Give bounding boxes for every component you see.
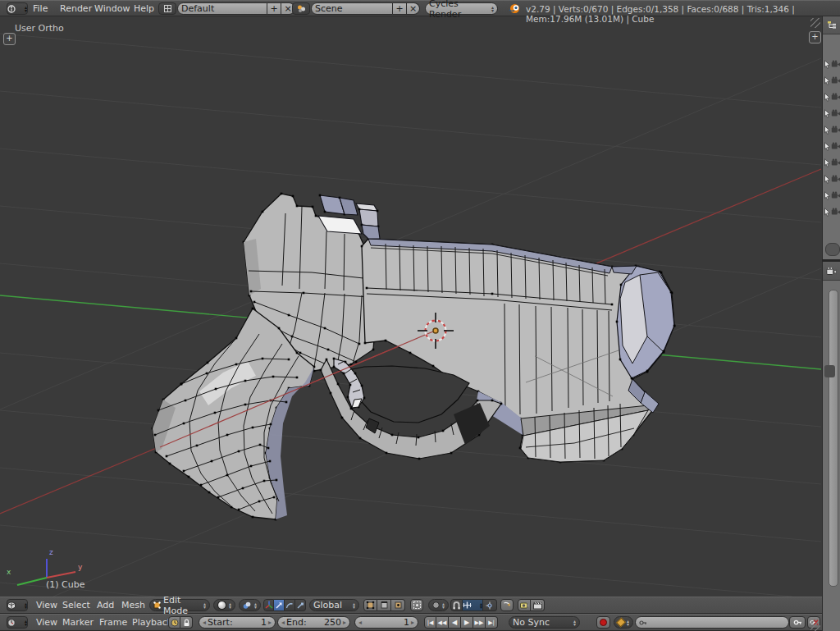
face-select-mode-button[interactable] [391,599,405,611]
rotate-manipulator-button[interactable] [285,599,295,611]
start-frame-field[interactable]: ◂ Start: 1 ▸ [199,616,276,629]
snap-toggle-button[interactable] [450,599,463,611]
menu-help[interactable]: Help [134,3,154,14]
restrict-select-cursor-icon[interactable] [824,158,831,167]
vertex-select-mode-button[interactable] [363,599,377,611]
editor-type-button-3dview[interactable]: ▴▾ [7,599,28,611]
increment-arrow-icon[interactable]: ▸ [343,619,346,626]
restrict-render-camera-icon[interactable] [831,191,840,199]
restrict-select-cursor-icon[interactable] [824,208,831,217]
outliner-row[interactable] [823,105,840,121]
outliner-row[interactable] [823,121,840,138]
scene-field[interactable]: Scene [311,2,393,15]
decrement-arrow-icon[interactable]: ◂ [281,619,285,626]
outliner-editor-strip[interactable] [822,16,840,259]
restrict-render-camera-icon[interactable] [831,175,840,183]
prev-keyframe-button[interactable]: ◀◀ [436,616,449,629]
restrict-select-cursor-icon[interactable] [824,93,831,102]
jump-to-start-button[interactable]: |◀ [424,616,436,629]
editor-type-button-timeline[interactable]: ▴▾ [7,616,28,629]
outliner-row[interactable] [823,171,840,187]
outliner-scroll-handle[interactable] [825,243,840,256]
toolshelf-expand-button[interactable]: + [3,33,16,45]
menu-marker[interactable]: Marker [62,617,94,628]
preview-range-button[interactable] [168,616,180,629]
edge-select-mode-button[interactable] [377,599,391,611]
restrict-select-cursor-icon[interactable] [824,109,831,118]
proportional-edit-select[interactable]: ▴▾ [428,599,449,611]
current-frame-field[interactable]: ◂ 1 ▸ [354,616,418,629]
decrement-arrow-icon[interactable]: ◂ [203,619,206,626]
mode-select[interactable]: Edit Mode ▴▾ [149,599,210,611]
restrict-select-cursor-icon[interactable] [824,191,831,200]
restrict-render-camera-icon[interactable] [831,208,840,216]
increment-arrow-icon[interactable]: ▸ [411,619,414,626]
snap-target-button[interactable] [483,599,497,611]
play-button[interactable]: ▶ [461,616,473,629]
viewport-3d[interactable] [0,16,822,597]
increment-arrow-icon[interactable]: ▸ [268,619,272,626]
restrict-render-camera-icon[interactable] [831,126,840,134]
pivot-point-select[interactable]: ▴▾ [239,599,261,611]
restrict-select-cursor-icon[interactable] [824,142,831,151]
outliner-row[interactable] [823,154,840,171]
next-keyframe-button[interactable]: ▶▶ [473,616,486,629]
restrict-render-camera-icon[interactable] [831,76,840,85]
outliner-row[interactable] [823,89,840,105]
restrict-render-camera-icon[interactable] [831,60,840,68]
screen-layout-icon-button[interactable] [158,2,176,15]
menu-add[interactable]: Add [97,600,114,610]
spin-edit-button[interactable] [500,599,514,611]
outliner-row[interactable] [823,138,840,154]
translate-manipulator-button[interactable] [274,599,285,611]
end-frame-field[interactable]: ◂ End: 250 ▸ [277,616,350,629]
restrict-render-camera-icon[interactable] [831,158,840,167]
editor-type-button-info[interactable]: ▴▾ [7,2,28,15]
menu-file[interactable]: File [33,3,48,14]
properties-collapsed-panel[interactable] [824,365,835,377]
insert-keyframe-button[interactable] [789,616,806,629]
menu-view-timeline[interactable]: View [36,617,57,628]
manipulator-toggle-button[interactable] [263,599,274,611]
properties-scrollbar[interactable] [829,290,838,587]
menu-select[interactable]: Select [62,600,90,610]
snap-element-select[interactable]: ▴▾ [463,599,483,611]
add-scene-button[interactable]: + [393,2,407,15]
keying-set-select[interactable]: ▴▾ [614,616,633,629]
play-reverse-button[interactable]: ◀ [449,616,461,629]
render-engine-select[interactable]: Cycles Render ▴▾ [425,2,498,15]
menu-view[interactable]: View [36,600,57,610]
scene-icon-button[interactable] [292,2,310,15]
menu-window[interactable]: Window [94,3,130,14]
limit-selection-visible-button[interactable] [410,599,423,611]
restrict-select-cursor-icon[interactable] [824,76,831,85]
auto-keyframe-button[interactable] [596,616,610,629]
add-layout-button[interactable]: + [267,2,281,15]
sync-mode-select[interactable]: No Sync ▴▾ [509,616,580,629]
restrict-select-cursor-icon[interactable] [824,60,831,69]
screen-layout-field[interactable]: Default [177,2,267,15]
menu-render[interactable]: Render [60,3,92,14]
restrict-render-camera-icon[interactable] [831,142,840,150]
close-scene-button[interactable]: × [407,2,420,15]
properties-region-expand-button[interactable]: + [809,31,821,43]
scale-manipulator-button[interactable] [295,599,306,611]
opengl-render-anim-button[interactable] [531,599,545,611]
restrict-render-camera-icon[interactable] [831,93,840,101]
lock-time-cursor-button[interactable] [180,616,193,629]
active-keying-set-field[interactable] [635,616,789,629]
restrict-select-cursor-icon[interactable] [824,126,831,135]
restrict-render-camera-icon[interactable] [831,109,840,117]
outliner-row[interactable] [823,187,840,203]
outliner-row[interactable] [823,56,840,72]
menu-frame[interactable]: Frame [99,617,127,628]
properties-editor-strip[interactable] [822,262,840,631]
jump-to-end-button[interactable]: ▶| [486,616,498,629]
corner-resize-grip[interactable] [810,621,820,631]
outliner-row[interactable] [823,203,840,220]
decrement-arrow-icon[interactable]: ◂ [358,619,362,626]
menu-mesh[interactable]: Mesh [121,600,145,610]
outliner-row[interactable] [823,72,840,89]
viewport-shading-select[interactable]: ▴▾ [213,599,235,611]
menu-playback[interactable]: Playback [132,617,172,628]
